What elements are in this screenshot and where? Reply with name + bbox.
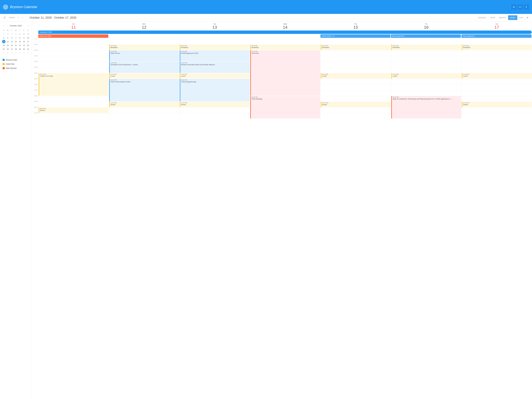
view-month[interactable]: MONTH (497, 15, 508, 20)
resource-item[interactable]: ✓Bryntum team (3, 59, 29, 61)
calendar-event[interactable]: 02:00 PMCheck-In in Hotel (39, 73, 108, 96)
hour-cell[interactable] (462, 96, 532, 102)
resource-checkbox[interactable]: ✓ (3, 59, 5, 61)
hour-cell[interactable] (462, 62, 532, 67)
calendar-event[interactable]: 06:00 PMTeam Building (250, 96, 320, 119)
day-column[interactable]: 09:00 AMBreakfast10:00 AMTeam Scrum12:00… (109, 39, 179, 119)
allday-event-rootcause[interactable]: Root Cause tick… (391, 34, 461, 38)
mini-cal-day[interactable]: 26 (6, 47, 10, 51)
hour-cell[interactable] (462, 90, 532, 96)
mini-cal-day[interactable]: 16 (22, 40, 26, 43)
day-header[interactable]: Wed14 (250, 21, 320, 31)
mini-cal-day[interactable]: 31 (26, 47, 30, 51)
allday-event-gantt[interactable]: Gantt review + d… (320, 34, 390, 38)
day-header[interactable]: Tue13 (179, 21, 250, 31)
hour-cell[interactable] (391, 90, 462, 96)
hour-cell[interactable] (321, 67, 391, 73)
hour-cell[interactable] (38, 96, 109, 102)
mini-cal-day[interactable]: 14 (14, 40, 18, 43)
mini-cal-day[interactable]: 12 (6, 40, 10, 43)
settings-button[interactable]: ⚙ (525, 15, 530, 20)
calendar-event[interactable]: 07:00 PMDinner (109, 102, 179, 107)
calendar-event[interactable]: 07:00 PMDinner (321, 102, 391, 107)
hour-cell[interactable] (38, 56, 109, 62)
mini-cal-day[interactable]: 13 (10, 40, 14, 43)
calendar-event[interactable]: 03:00 PMActive programming (180, 79, 250, 101)
calendar-event[interactable]: 08:00 PMDinner (39, 108, 108, 113)
mini-cal-day[interactable]: 2 (22, 32, 26, 36)
mini-cal-day[interactable]: 29 (10, 32, 14, 36)
hour-cell[interactable] (179, 39, 250, 44)
hour-cell[interactable] (321, 108, 391, 113)
menu-button[interactable]: ☰ (2, 15, 7, 20)
view-agenda[interactable]: AGENDA (476, 15, 488, 20)
allday-event-hackathon[interactable]: Hackathon 2020 (38, 31, 532, 34)
hour-cell[interactable] (250, 39, 320, 44)
calendar-event[interactable]: 10:00 AMRoadmapping for 2020 (180, 50, 250, 61)
hour-cell[interactable] (391, 56, 462, 62)
hour-cell[interactable] (462, 85, 532, 90)
calendar-event[interactable]: 09:00 AMBreakfast (180, 44, 250, 50)
calendar-event[interactable]: 09:00 AMBreakfast (391, 44, 461, 50)
hour-cell[interactable] (109, 113, 179, 119)
calendar-event[interactable]: 07:00 PMDinner (180, 102, 250, 107)
mini-cal-day[interactable]: 10 (26, 36, 30, 40)
day-column[interactable]: 09:00 AMBreakfast02:00 PMLunch07:00 PMDi… (320, 39, 391, 119)
hour-cell[interactable] (321, 79, 391, 85)
mini-cal-day[interactable]: 17 (26, 40, 30, 43)
day-header[interactable]: Thu15 (320, 21, 391, 31)
calendar-event[interactable]: 03:00 PMActive client project review (109, 79, 179, 101)
mini-cal-day[interactable]: 24 (26, 44, 30, 47)
mini-cal-day[interactable]: 6 (22, 51, 26, 55)
mini-cal-day[interactable]: 27 (2, 32, 6, 36)
hour-cell[interactable] (321, 56, 391, 62)
hour-cell[interactable] (391, 67, 462, 73)
calendar-event[interactable]: 09:00 AMBreakfast (250, 44, 320, 50)
mini-cal-day[interactable]: 4 (14, 51, 18, 55)
time-grid[interactable]: 08:0009:0010:0011:0012:0013:0014:0015:00… (32, 39, 532, 399)
allday-event-pair[interactable]: Pair programmi… (462, 34, 532, 38)
mini-cal-day[interactable]: 23 (22, 44, 26, 47)
hour-cell[interactable] (391, 85, 462, 90)
mini-cal-day[interactable]: 15 (18, 40, 22, 43)
hour-cell[interactable] (391, 79, 462, 85)
hour-cell[interactable] (462, 67, 532, 73)
today-button[interactable]: TODAY (7, 16, 17, 20)
hour-cell[interactable] (462, 39, 532, 44)
hour-cell[interactable] (321, 39, 391, 44)
next-button[interactable]: › (21, 15, 25, 20)
resource-checkbox[interactable]: ✓ (3, 63, 5, 65)
fullscreen-button[interactable] (511, 4, 516, 10)
calendar-event[interactable]: 09:00 AMBreakfast (462, 44, 532, 50)
info-button[interactable]: i (524, 4, 529, 10)
hour-cell[interactable] (321, 90, 391, 96)
hour-cell[interactable] (321, 113, 391, 119)
hour-cell[interactable] (391, 62, 462, 67)
hour-cell[interactable] (109, 39, 179, 44)
resource-checkbox[interactable]: ✓ (3, 67, 5, 69)
hour-cell[interactable] (38, 39, 109, 44)
hour-cell[interactable] (391, 39, 462, 44)
mini-cal-day[interactable]: 28 (14, 47, 18, 51)
hour-cell[interactable] (179, 108, 250, 113)
calendar-event[interactable]: 12:00 PMScheduler Grid introduction + re… (109, 62, 179, 73)
hour-cell[interactable] (321, 50, 391, 56)
day-header[interactable]: Fri16 (391, 21, 462, 31)
mini-cal-day[interactable]: 11 (2, 40, 6, 43)
mini-cal-day[interactable]: 8 (18, 36, 22, 40)
mini-cal-day[interactable]: 1 (2, 51, 6, 55)
mini-cal-day[interactable]: 9 (22, 36, 26, 40)
mini-cal-prev[interactable]: ‹ (3, 24, 4, 27)
day-column[interactable]: 09:00 AMBreakfast02:00 PMLunch07:00 PMDi… (462, 39, 532, 119)
hour-cell[interactable] (38, 62, 109, 67)
hour-cell[interactable] (109, 108, 179, 113)
mini-cal-day[interactable]: 7 (14, 36, 18, 40)
day-header[interactable]: Sat17 (462, 21, 532, 31)
calendar-event[interactable]: 02:00 PMLunch (391, 73, 461, 79)
mini-cal-day[interactable]: 3 (26, 32, 30, 36)
hour-cell[interactable] (38, 67, 109, 73)
view-year[interactable]: YEAR (488, 15, 497, 20)
calendar-event[interactable]: 06:00 PMSplit.JS conference: Monitoring … (391, 96, 461, 119)
calendar-event[interactable]: 02:00 PMLunch (180, 73, 250, 79)
hour-cell[interactable] (179, 113, 250, 119)
